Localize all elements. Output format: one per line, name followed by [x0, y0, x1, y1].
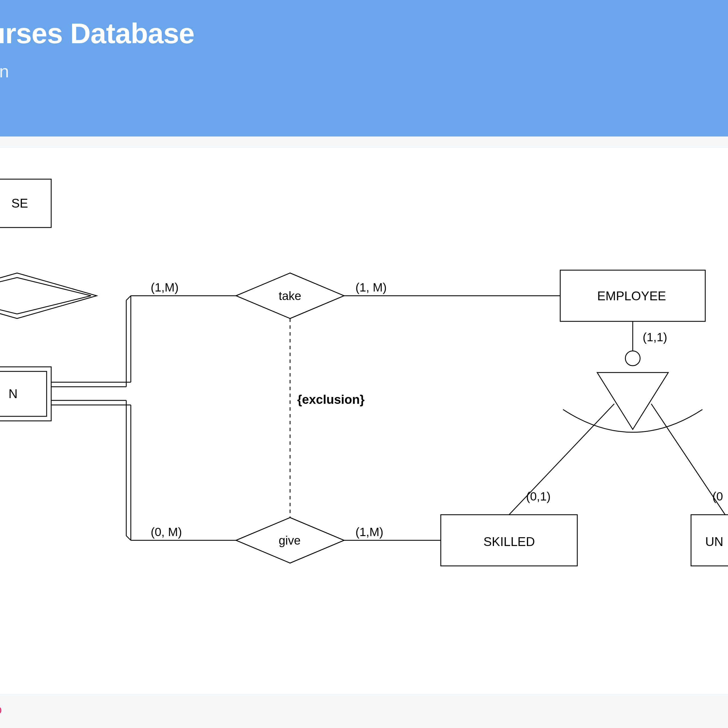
page-title: g Courses Database	[0, 17, 728, 50]
weak-entity-inner	[0, 372, 47, 416]
card-skilled-up: (0,1)	[526, 490, 551, 503]
entity-skilled-label: SKILLED	[483, 535, 535, 549]
diagram-canvas: SE ,1) ,M) N	[0, 148, 728, 694]
entity-employee-label: EMPLOYEE	[597, 289, 666, 303]
relationship-give-label: give	[279, 534, 301, 547]
isa-circle-icon	[626, 351, 640, 366]
exclusion-label: {exclusion}	[297, 392, 365, 406]
card-take-left: (1,M)	[151, 281, 179, 294]
card-give-left: (0, M)	[151, 525, 182, 538]
card-unskilled-up: (0	[712, 490, 723, 503]
card-take-right: (1, M)	[355, 281, 387, 294]
relationship-take-label: take	[279, 289, 301, 303]
page-subtitle: tation	[0, 61, 728, 81]
footer-link-fragment: .io	[0, 702, 2, 717]
card-rel-weak: ,M)	[0, 330, 0, 344]
weak-entity-label: N	[9, 387, 18, 401]
canvas-wrap: SE ,1) ,M) N	[0, 136, 728, 694]
entity-unskilled-label: UN	[705, 535, 723, 549]
edge-to-take-merge	[126, 296, 131, 300]
header: g Courses Database tation	[0, 0, 728, 136]
isa-triangle-icon	[597, 373, 668, 430]
entity-course-label: SE	[11, 196, 28, 210]
edge-to-give-merge	[126, 536, 131, 540]
card-employee-down: (1,1)	[643, 330, 667, 344]
er-diagram-svg: SE ,1) ,M) N	[0, 148, 728, 694]
edge-isa-skilled	[509, 404, 614, 515]
card-give-right: (1,M)	[355, 525, 383, 538]
